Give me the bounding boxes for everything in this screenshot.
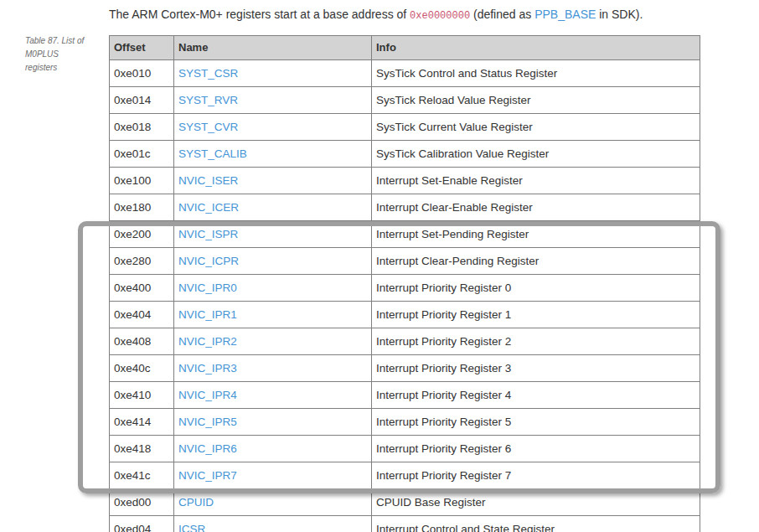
table-row: 0xe40cNVIC_IPR3Interrupt Priority Regist… bbox=[110, 355, 700, 382]
info-cell: SysTick Reload Value Register bbox=[372, 87, 700, 114]
column-header-offset: Offset bbox=[110, 36, 174, 60]
info-cell: Interrupt Priority Register 2 bbox=[372, 328, 700, 355]
info-cell: Interrupt Priority Register 6 bbox=[372, 436, 700, 462]
register-link[interactable]: SYST_CVR bbox=[178, 121, 238, 133]
offset-cell: 0xe018 bbox=[110, 114, 174, 141]
name-cell: NVIC_ICPR bbox=[174, 248, 372, 275]
register-link[interactable]: NVIC_IPR7 bbox=[178, 469, 237, 482]
info-cell: Interrupt Set-Enable Register bbox=[372, 168, 700, 194]
offset-cell: 0xe200 bbox=[110, 221, 174, 248]
info-cell: SysTick Control and Status Register bbox=[372, 60, 700, 87]
offset-cell: 0xe014 bbox=[110, 87, 174, 114]
table-row: 0xe410NVIC_IPR4Interrupt Priority Regist… bbox=[110, 382, 700, 409]
intro-text-middle: (defined as bbox=[470, 8, 534, 21]
table-row: 0xe400NVIC_IPR0Interrupt Priority Regist… bbox=[110, 275, 700, 302]
table-row: 0xe018SYST_CVRSysTick Current Value Regi… bbox=[110, 114, 700, 141]
register-table-body: 0xe010SYST_CSRSysTick Control and Status… bbox=[110, 60, 700, 532]
offset-cell: 0xe010 bbox=[110, 60, 174, 87]
register-link[interactable]: NVIC_IPR0 bbox=[178, 281, 237, 294]
register-link[interactable]: NVIC_IPR2 bbox=[178, 335, 237, 348]
name-cell: NVIC_IPR0 bbox=[174, 275, 372, 302]
name-cell: ICSR bbox=[174, 516, 372, 532]
name-cell: CPUID bbox=[174, 489, 372, 516]
offset-cell: 0xe40c bbox=[110, 355, 174, 382]
info-cell: Interrupt Set-Pending Register bbox=[372, 221, 700, 248]
info-cell: Interrupt Control and State Register bbox=[372, 516, 700, 532]
info-cell: SysTick Calibration Value Register bbox=[372, 141, 700, 168]
register-link[interactable]: NVIC_ICPR bbox=[178, 255, 239, 267]
offset-cell: 0xe280 bbox=[110, 248, 174, 275]
register-link[interactable]: NVIC_ISPR bbox=[178, 228, 238, 240]
info-cell: Interrupt Priority Register 1 bbox=[372, 302, 700, 328]
table-row: 0xe010SYST_CSRSysTick Control and Status… bbox=[110, 60, 700, 87]
table-header-row: Offset Name Info bbox=[110, 36, 700, 60]
offset-cell: 0xe414 bbox=[110, 409, 174, 436]
table-row: 0xe100NVIC_ISERInterrupt Set-Enable Regi… bbox=[110, 168, 700, 194]
name-cell: SYST_CALIB bbox=[174, 141, 372, 168]
offset-cell: 0xe100 bbox=[110, 168, 174, 194]
table-row: 0xe418NVIC_IPR6Interrupt Priority Regist… bbox=[110, 436, 700, 462]
intro-text-after: in SDK). bbox=[596, 8, 643, 21]
register-link[interactable]: NVIC_IPR4 bbox=[178, 389, 237, 401]
table-row: 0xe408NVIC_IPR2Interrupt Priority Regist… bbox=[110, 328, 700, 355]
name-cell: SYST_RVR bbox=[174, 87, 372, 114]
offset-cell: 0xe408 bbox=[110, 328, 174, 355]
offset-cell: 0xed04 bbox=[110, 516, 174, 532]
offset-cell: 0xe410 bbox=[110, 382, 174, 409]
ppb-base-link[interactable]: PPB_BASE bbox=[534, 8, 596, 21]
register-link[interactable]: NVIC_ICER bbox=[178, 201, 239, 214]
offset-cell: 0xe418 bbox=[110, 436, 174, 462]
register-link[interactable]: NVIC_IPR5 bbox=[178, 416, 237, 428]
table-row: 0xed04ICSRInterrupt Control and State Re… bbox=[110, 516, 700, 532]
info-cell: Interrupt Clear-Enable Register bbox=[372, 194, 700, 221]
register-link[interactable]: NVIC_IPR3 bbox=[178, 362, 237, 374]
name-cell: NVIC_ICER bbox=[174, 194, 372, 221]
table-row: 0xe404NVIC_IPR1Interrupt Priority Regist… bbox=[110, 302, 700, 328]
offset-cell: 0xe400 bbox=[110, 275, 174, 302]
info-cell: Interrupt Priority Register 3 bbox=[372, 355, 700, 382]
table-row: 0xed00CPUIDCPUID Base Register bbox=[110, 489, 700, 516]
register-link[interactable]: NVIC_IPR6 bbox=[178, 442, 237, 455]
name-cell: SYST_CSR bbox=[174, 60, 372, 87]
offset-cell: 0xe404 bbox=[110, 302, 174, 328]
name-cell: NVIC_IPR1 bbox=[174, 302, 372, 328]
name-cell: NVIC_IPR6 bbox=[174, 436, 372, 462]
register-link[interactable]: CPUID bbox=[178, 496, 214, 509]
info-cell: Interrupt Priority Register 4 bbox=[372, 382, 700, 409]
info-cell: Interrupt Priority Register 0 bbox=[372, 275, 700, 302]
column-header-name: Name bbox=[174, 36, 372, 60]
offset-cell: 0xe41c bbox=[110, 462, 174, 489]
register-link[interactable]: ICSR bbox=[178, 523, 205, 532]
table-row: 0xe414NVIC_IPR5Interrupt Priority Regist… bbox=[110, 409, 700, 436]
name-cell: NVIC_IPR2 bbox=[174, 328, 372, 355]
name-cell: SYST_CVR bbox=[174, 114, 372, 141]
table-row: 0xe200NVIC_ISPRInterrupt Set-Pending Reg… bbox=[110, 221, 700, 248]
intro-paragraph: The ARM Cortex-M0+ registers start at a … bbox=[109, 7, 643, 24]
info-cell: Interrupt Clear-Pending Register bbox=[372, 248, 700, 275]
register-link[interactable]: SYST_CSR bbox=[178, 67, 238, 80]
table-row: 0xe01cSYST_CALIBSysTick Calibration Valu… bbox=[110, 141, 700, 168]
info-cell: Interrupt Priority Register 7 bbox=[372, 462, 700, 489]
offset-cell: 0xe01c bbox=[110, 141, 174, 168]
name-cell: NVIC_IPR7 bbox=[174, 462, 372, 489]
register-table: Offset Name Info 0xe010SYST_CSRSysTick C… bbox=[109, 35, 700, 532]
table-row: 0xe014SYST_RVRSysTick Reload Value Regis… bbox=[110, 87, 700, 114]
register-link[interactable]: SYST_CALIB bbox=[178, 147, 247, 160]
register-link[interactable]: SYST_RVR bbox=[178, 94, 238, 106]
table-row: 0xe180NVIC_ICERInterrupt Clear-Enable Re… bbox=[110, 194, 700, 221]
intro-text-before: The ARM Cortex-M0+ registers start at a … bbox=[109, 8, 410, 21]
offset-cell: 0xe180 bbox=[110, 194, 174, 221]
name-cell: NVIC_IPR3 bbox=[174, 355, 372, 382]
name-cell: NVIC_ISER bbox=[174, 168, 372, 194]
register-link[interactable]: NVIC_ISER bbox=[178, 174, 238, 187]
table-row: 0xe280NVIC_ICPRInterrupt Clear-Pending R… bbox=[110, 248, 700, 275]
register-link[interactable]: NVIC_IPR1 bbox=[178, 308, 237, 321]
offset-cell: 0xed00 bbox=[110, 489, 174, 516]
name-cell: NVIC_ISPR bbox=[174, 221, 372, 248]
table-row: 0xe41cNVIC_IPR7Interrupt Priority Regist… bbox=[110, 462, 700, 489]
info-cell: CPUID Base Register bbox=[372, 489, 700, 516]
column-header-info: Info bbox=[372, 36, 700, 60]
table-caption: Table 87. List of M0PLUS registers bbox=[25, 34, 92, 75]
name-cell: NVIC_IPR4 bbox=[174, 382, 372, 409]
document-page: The ARM Cortex-M0+ registers start at a … bbox=[0, 0, 759, 532]
